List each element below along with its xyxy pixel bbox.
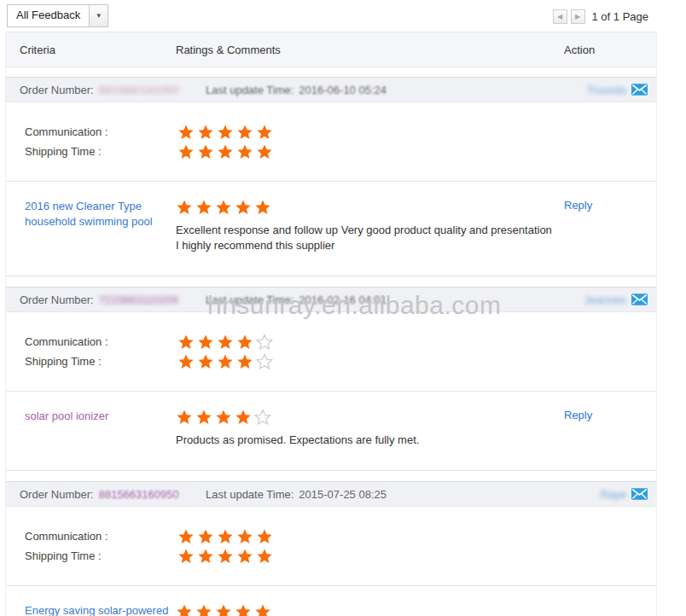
star-filled-icon — [236, 548, 253, 565]
shipping-time-label: Shipping Time : — [6, 145, 177, 158]
communication-label: Communication : — [6, 530, 177, 543]
product-rating-stars — [176, 199, 271, 216]
star-filled-icon — [236, 528, 253, 545]
buyer-name-link[interactable]: Raye — [601, 488, 626, 501]
shipping-time-label: Shipping Time : — [6, 549, 177, 562]
last-update-value: 2016-06-10 05:24 — [299, 84, 387, 96]
order-number-link[interactable]: 8815663160950 — [99, 488, 179, 501]
criteria-ratings-section: Communication : Shipping Time : — [6, 312, 656, 391]
shipping-rating-stars — [177, 548, 273, 565]
star-empty-icon — [256, 334, 273, 351]
email-envelope-icon[interactable] — [631, 84, 648, 96]
last-update-value: 2015-07-25 08:25 — [299, 488, 387, 501]
star-filled-icon — [197, 143, 214, 160]
buyer-name-link[interactable]: Jeannes — [584, 293, 626, 306]
star-filled-icon — [215, 603, 232, 616]
star-filled-icon — [195, 603, 212, 616]
star-filled-icon — [177, 353, 195, 370]
buyer-name-link[interactable]: Truxxdo — [587, 84, 626, 96]
last-update-label: Last update Time: — [206, 84, 294, 96]
product-review-row: solar pool ionizer Products as promised.… — [6, 391, 656, 470]
star-filled-icon — [235, 603, 252, 616]
reply-link[interactable]: Reply — [564, 409, 592, 421]
star-filled-icon — [254, 603, 271, 616]
column-header-action: Action — [564, 44, 656, 56]
star-filled-icon — [177, 528, 195, 545]
prev-page-button[interactable]: ◀ — [553, 9, 567, 24]
communication-rating-stars — [177, 124, 273, 141]
reply-link[interactable]: Reply — [564, 199, 592, 212]
criteria-ratings-section: Communication : Shipping Time : — [6, 507, 656, 585]
star-filled-icon — [256, 528, 273, 545]
star-filled-icon — [197, 334, 214, 351]
feedback-filter-dropdown[interactable]: All Feedback ▼ — [7, 4, 108, 27]
star-filled-icon — [177, 143, 195, 160]
star-filled-icon — [236, 353, 253, 370]
communication-rating-stars — [177, 528, 273, 545]
last-update-value: 2016-02-16 04:01 — [299, 293, 387, 306]
star-filled-icon — [197, 548, 214, 565]
star-empty-icon — [254, 409, 271, 426]
product-link[interactable]: Energy saving solar-powered pool solar w… — [25, 603, 172, 616]
order-number-link[interactable]: 6815660163350 — [99, 84, 179, 96]
email-envelope-icon[interactable] — [631, 488, 648, 500]
star-filled-icon — [217, 124, 234, 141]
star-filled-icon — [256, 124, 273, 141]
order-header-row: Order Number: 7215663110209 Last update … — [6, 287, 656, 312]
star-filled-icon — [177, 548, 195, 565]
star-filled-icon — [195, 409, 212, 426]
product-link[interactable]: solar pool ionizer — [25, 409, 172, 424]
star-filled-icon — [176, 603, 193, 616]
criteria-ratings-section: Communication : Shipping Time : — [6, 102, 656, 181]
email-envelope-icon[interactable] — [631, 293, 648, 305]
last-update-label: Last update Time: — [206, 488, 294, 501]
order-number-link[interactable]: 7215663110209 — [99, 293, 178, 306]
star-filled-icon — [215, 409, 232, 426]
product-link[interactable]: 2016 new Cleaner Type household swimming… — [25, 199, 172, 230]
communication-label: Communication : — [6, 125, 177, 138]
shipping-rating-stars — [177, 143, 273, 160]
star-filled-icon — [217, 528, 234, 545]
feedback-filter-label: All Feedback — [8, 5, 89, 26]
star-filled-icon — [217, 353, 234, 370]
star-filled-icon — [177, 124, 195, 141]
product-review-row: Energy saving solar-powered pool solar w… — [6, 585, 656, 616]
product-rating-stars — [176, 409, 271, 426]
column-header-ratings: Ratings & Comments — [176, 44, 564, 56]
review-comment: Excellent response and follow up Very go… — [176, 223, 555, 253]
star-filled-icon — [176, 199, 193, 216]
star-filled-icon — [176, 409, 193, 426]
star-filled-icon — [217, 143, 234, 160]
next-page-button[interactable]: ▶ — [571, 9, 585, 24]
order-number-label: Order Number: — [20, 84, 94, 96]
column-header-criteria: Criteria — [6, 44, 176, 56]
table-header-row: Criteria Ratings & Comments Action — [6, 32, 656, 67]
star-filled-icon — [195, 199, 212, 216]
star-filled-icon — [236, 124, 253, 141]
star-filled-icon — [256, 548, 273, 565]
star-filled-icon — [217, 334, 234, 351]
pagination: ◀ ▶ 1 of 1 Page — [553, 9, 649, 24]
product-rating-stars — [176, 603, 271, 616]
toolbar: All Feedback ▼ ◀ ▶ 1 of 1 Page — [0, 0, 686, 32]
order-header-row: Order Number: 8815663160950 Last update … — [6, 481, 656, 507]
feedback-table: Criteria Ratings & Comments Action Order… — [5, 32, 657, 616]
star-filled-icon — [254, 199, 271, 216]
chevron-down-icon[interactable]: ▼ — [89, 5, 108, 26]
star-filled-icon — [236, 143, 253, 160]
star-filled-icon — [197, 528, 214, 545]
last-update-label: Last update Time: — [206, 293, 294, 306]
star-filled-icon — [177, 334, 195, 351]
star-filled-icon — [197, 353, 214, 370]
order-header-row: Order Number: 6815660163350 Last update … — [6, 77, 656, 102]
communication-rating-stars — [177, 334, 273, 351]
review-comment: Products as promised. Expectations are f… — [176, 433, 555, 448]
star-filled-icon — [256, 143, 273, 160]
star-filled-icon — [235, 409, 252, 426]
feedback-block: Order Number: 8815663160950 Last update … — [6, 481, 656, 616]
star-filled-icon — [236, 334, 253, 351]
feedback-block: Order Number: 7215663110209 Last update … — [6, 287, 656, 471]
star-filled-icon — [215, 199, 232, 216]
star-filled-icon — [217, 548, 234, 565]
product-review-row: 2016 new Cleaner Type household swimming… — [6, 181, 656, 276]
